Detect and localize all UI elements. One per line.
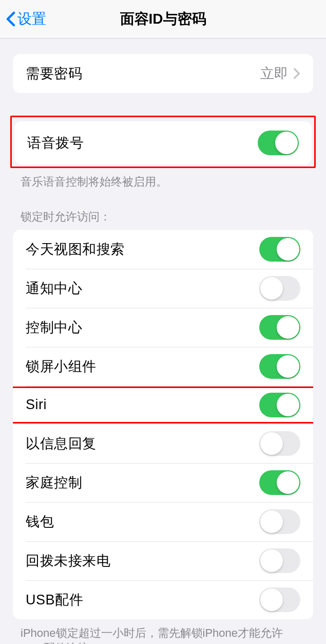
- require-passcode-section: 需要密码 立即: [13, 54, 313, 93]
- lock-access-row[interactable]: 通知中心: [13, 269, 313, 308]
- lock-access-row[interactable]: 以信息回复: [13, 424, 313, 463]
- lock-access-row[interactable]: Siri: [13, 386, 313, 424]
- voice-dial-label: 语音拨号: [27, 134, 84, 152]
- lock-access-toggle[interactable]: [259, 276, 300, 301]
- lock-access-item-label: USB配件: [26, 591, 83, 609]
- require-passcode-row[interactable]: 需要密码 立即: [13, 54, 313, 93]
- highlight-voice-dial: 语音拨号: [10, 116, 316, 168]
- lock-access-item-label: 通知中心: [26, 279, 82, 298]
- voice-dial-section: 语音拨号: [14, 121, 312, 164]
- voice-dial-footer: 音乐语音控制将始终被启用。: [0, 168, 326, 190]
- chevron-left-icon: [6, 11, 15, 27]
- lock-access-toggle[interactable]: [259, 431, 300, 456]
- lock-access-row[interactable]: 回拨未接来电: [13, 541, 313, 580]
- voice-dial-row[interactable]: 语音拨号: [14, 121, 312, 164]
- lock-access-row[interactable]: 家庭控制: [13, 463, 313, 502]
- lock-access-toggle[interactable]: [259, 509, 300, 534]
- lock-access-toggle[interactable]: [259, 587, 300, 612]
- lock-access-item-label: 锁屏小组件: [26, 357, 97, 376]
- lock-access-row[interactable]: 今天视图和搜索: [13, 230, 313, 269]
- lock-access-toggle[interactable]: [259, 237, 300, 262]
- lock-access-row[interactable]: 控制中心: [13, 308, 313, 347]
- lock-access-item-label: 今天视图和搜索: [26, 240, 125, 259]
- voice-dial-toggle[interactable]: [258, 131, 299, 155]
- lock-access-item-label: Siri: [26, 397, 47, 413]
- lock-access-toggle[interactable]: [259, 315, 300, 340]
- lock-access-item-label: 钱包: [26, 512, 54, 531]
- lock-access-row[interactable]: USB配件: [13, 580, 313, 619]
- lock-access-row[interactable]: 钱包: [13, 502, 313, 541]
- lock-access-header: 锁定时允许访问：: [0, 209, 326, 230]
- back-label: 设置: [17, 9, 46, 29]
- navbar: 设置 面容ID与密码: [0, 0, 326, 39]
- require-passcode-value: 立即: [260, 64, 288, 83]
- back-button[interactable]: 设置: [6, 9, 46, 29]
- lock-access-item-label: 家庭控制: [26, 473, 82, 492]
- lock-access-toggle[interactable]: [259, 548, 300, 573]
- lock-access-item-label: 回拨未接来电: [26, 551, 110, 570]
- lock-access-footer: iPhone锁定超过一小时后，需先解锁iPhone才能允许USB配件连接。: [0, 619, 326, 644]
- lock-access-toggle[interactable]: [259, 393, 300, 417]
- lock-access-row[interactable]: 锁屏小组件: [13, 347, 313, 386]
- lock-access-toggle[interactable]: [259, 354, 300, 379]
- lock-access-toggle[interactable]: [259, 470, 300, 495]
- lock-access-item-label: 以信息回复: [26, 434, 97, 453]
- lock-access-section: 今天视图和搜索通知中心控制中心锁屏小组件Siri以信息回复家庭控制钱包回拨未接来…: [13, 230, 313, 619]
- require-passcode-label: 需要密码: [26, 64, 82, 83]
- chevron-right-icon: [293, 68, 300, 79]
- page-title: 面容ID与密码: [120, 9, 206, 29]
- lock-access-item-label: 控制中心: [26, 318, 82, 337]
